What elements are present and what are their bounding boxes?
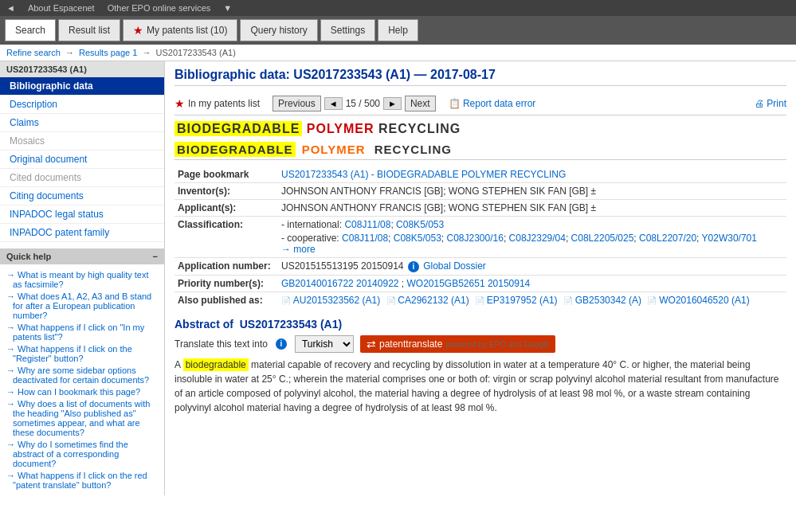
pub-link-wo[interactable]: WO2016046520 (A1) [647,295,749,306]
coop-link-4[interactable]: C08J2329/04 [509,233,566,244]
my-patents-label: My patents list (10) [147,25,227,36]
sidebar-doc-id: US2017233543 (A1) [0,61,164,77]
help-button[interactable]: Help [378,19,418,41]
sidebar-item-description[interactable]: Description [0,96,164,114]
query-history-button[interactable]: Query history [240,19,317,41]
table-row-applicants: Applicant(s): JOHNSON ANTHONY FRANCIS [G… [174,200,786,217]
previous-button[interactable]: Previous [273,96,321,111]
quick-help-link-7[interactable]: Why does a list of documents with the he… [6,399,158,437]
priority-link-2[interactable]: WO2015GB52651 20150914 [407,278,531,289]
star-icon: ★ [133,24,143,37]
quick-help-link-2[interactable]: What does A1, A2, A3 and B stand for aft… [6,291,158,320]
coop-link-3[interactable]: C08J2300/16 [446,233,503,244]
refine-search-link[interactable]: Refine search [6,48,61,57]
quick-help-link-1[interactable]: What is meant by high quality text as fa… [6,270,158,289]
global-dossier-link[interactable]: Global Dossier [423,260,486,272]
biodegradable-highlight: BIODEGRADABLE [174,121,302,136]
biodegradable-text-highlight: biodegradable [183,358,249,371]
dropdown-arrow-icon: ▼ [223,3,232,13]
class-link-c08k5[interactable]: C08K5/053 [396,219,444,230]
pub-link-ep[interactable]: EP3197952 (A1) [475,295,558,306]
value-priority: GB20140016722 20140922 ; WO2015GB52651 2… [278,276,786,292]
title-polymer: POLYMER [300,142,368,157]
page-title: Bibliographic data: US2017233543 (A1) — … [174,68,786,86]
value-applicants: JOHNSON ANTHONY FRANCIS [GB]; WONG STEPH… [278,200,786,217]
title-display: BIODEGRADABLE POLYMER RECYCLING [174,143,786,156]
sidebar-item-claims[interactable]: Claims [0,114,164,132]
table-row-bookmark: Page bookmark US2017233543 (A1) - BIODEG… [174,166,786,183]
quick-help-link-4[interactable]: What happens if I click on the "Register… [6,344,158,363]
polymer-text: POLYMER [307,122,374,135]
sidebar-item-citing-docs[interactable]: Citing documents [0,187,164,205]
translate-select[interactable]: Turkish English French German [295,335,354,353]
nav-right-button[interactable]: ► [383,97,402,110]
sidebar-item-legal-status[interactable]: INPADOC legal status [0,205,164,224]
coop-link-2[interactable]: C08K5/053 [394,233,441,244]
abstract-title: Abstract of US2017233543 (A1) [174,318,786,331]
bookmark-link[interactable]: US2017233543 (A1) - BIODEGRADABLE POLYME… [281,169,566,180]
translate-info-icon[interactable]: i [276,338,287,350]
title-part-1: BIODEGRADABLE POLYMER RECYCLING [174,121,461,136]
nav-left-button[interactable]: ◄ [324,97,343,110]
other-services-link[interactable]: Other EPO online services [108,3,211,13]
info-icon[interactable]: i [408,261,419,272]
class-link-c08j11[interactable]: C08J11/08 [344,219,390,230]
patent-translate-label: patenttranslate [379,338,442,350]
quick-help-link-8[interactable]: Why do I sometimes find the abstract of … [6,440,158,468]
pub-link-gb[interactable]: GB2530342 (A) [563,295,641,306]
label-priority: Priority number(s): [174,276,278,292]
main-layout: US2017233543 (A1) Bibliographic data Des… [0,61,796,495]
about-espacenet-link[interactable]: About Espacenet [28,3,95,13]
breadcrumb-arrow-2: → [142,48,153,57]
label-bookmark: Page bookmark [174,166,278,183]
title-recycling: RECYCLING [372,142,454,157]
value-classification: - international: C08J11/08; C08K5/053 - … [278,217,786,258]
sidebar: US2017233543 (A1) Bibliographic data Des… [0,61,165,495]
quick-help-title: Quick help [6,252,51,261]
quick-help-link-6[interactable]: How can I bookmark this page? [6,387,158,397]
breadcrumb-arrow-1: → [65,48,76,57]
coop-link-5[interactable]: C08L2205/025 [571,233,634,244]
quick-help-link-3[interactable]: What happens if I click on "In my patent… [6,323,158,342]
quick-help-link-5[interactable]: Why are some sidebar options deactivated… [6,366,158,385]
nav-count: 15 / 500 [346,98,380,109]
cooperative-label: - cooperative: [281,233,342,244]
sidebar-item-patent-family[interactable]: INPADOC patent family [0,224,164,242]
settings-button[interactable]: Settings [320,19,375,41]
quick-help-collapse-button[interactable]: − [153,252,158,261]
pub-link-au[interactable]: AU2015323562 (A1) [281,295,380,306]
in-my-patents-section: ★ In my patents list [174,97,260,110]
content-area: Bibliographic data: US2017233543 (A1) — … [165,61,796,495]
abstract-text: A biodegradable material capable of reco… [174,358,786,415]
report-error-link[interactable]: 📋 Report data error [449,98,536,109]
sidebar-item-mosaics: Mosaics [0,132,164,151]
next-button[interactable]: Next [405,96,436,111]
more-link[interactable]: → more [281,244,316,255]
search-button[interactable]: Search [5,19,56,41]
table-row-also-published: Also published as: AU2015323562 (A1) CA2… [174,292,786,309]
quick-help-header: Quick help − [0,248,164,264]
coop-link-7[interactable]: Y02W30/701 [702,233,757,244]
results-page-link[interactable]: Results page 1 [79,48,137,57]
back-arrow-icon[interactable]: ◄ [6,3,15,13]
title-biodegradable: BIODEGRADABLE [174,142,296,157]
result-list-button[interactable]: Result list [58,19,120,41]
label-inventors: Inventor(s): [174,183,278,200]
coop-link-1[interactable]: C08J11/08 [342,233,388,244]
pub-link-ca[interactable]: CA2962132 (A1) [386,295,469,306]
recycling-text: RECYCLING [378,122,461,135]
print-link[interactable]: Print [755,98,786,109]
sidebar-item-bib-data[interactable]: Bibliographic data [0,77,164,96]
my-patents-button[interactable]: ★ My patents list (10) [123,19,237,41]
current-page-label: US2017233543 (A1) [156,48,236,57]
value-appnum: US201515513195 20150914 i Global Dossier [278,258,786,276]
priority-link-1[interactable]: GB20140016722 20140922 [281,278,398,289]
quick-help-link-9[interactable]: What happens if I click on the red "pate… [6,471,158,490]
sidebar-item-original-doc[interactable]: Original document [0,151,164,169]
translate-row: Translate this text into i Turkish Engli… [174,335,786,353]
coop-link-6[interactable]: C08L2207/20 [639,233,696,244]
label-also-published: Also published as: [174,292,278,309]
in-my-patents-label: In my patents list [188,98,260,109]
patent-translate-button[interactable]: ⇄ patenttranslate powered by EPO and Goo… [360,335,555,353]
action-bar: ★ In my patents list Previous ◄ 15 / 500… [174,92,786,115]
